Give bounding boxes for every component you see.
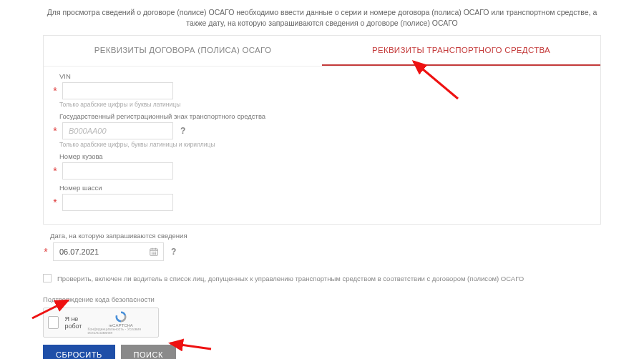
captcha-section: Подтверждение кода безопасности Я не роб… [43,295,601,338]
help-icon[interactable]: ? [177,126,188,136]
form-body: VIN * Только арабские цифры и буквы лати… [44,67,600,211]
search-button[interactable]: ПОИСК [121,345,176,359]
date-section: Дата, на которую запрашиваются сведения … [43,232,601,261]
chassis-label: Номер шасси [52,184,592,192]
driver-checkbox[interactable] [43,274,52,282]
recaptcha-checkbox[interactable] [48,316,59,329]
driver-check-label: Проверить, включен ли водитель в список … [57,275,524,282]
recaptcha-text: Я не робот [64,315,82,330]
vin-input[interactable] [62,82,173,99]
body-label: Номер кузова [52,152,592,160]
required-asterisk: * [52,197,58,208]
captcha-section-label: Подтверждение кода безопасности [43,295,601,303]
field-body: Номер кузова * [52,152,592,180]
required-asterisk: * [52,165,58,177]
tab-policy[interactable]: РЕКВИЗИТЫ ДОГОВОРА (ПОЛИСА) ОСАГО [44,36,322,66]
calendar-icon[interactable] [149,247,159,257]
svg-point-6 [155,252,156,252]
tab-bar: РЕКВИЗИТЫ ДОГОВОРА (ПОЛИСА) ОСАГО РЕКВИЗ… [44,36,600,67]
required-asterisk: * [52,85,58,97]
plate-hint: Только арабские цифры, буквы латиницы и … [52,141,592,148]
field-vin: VIN * Только арабские цифры и буквы лати… [52,72,592,108]
recaptcha-sub: Конфиденциальность - Условия использован… [87,328,154,335]
body-input[interactable] [62,162,173,180]
field-chassis: Номер шасси * [52,184,592,211]
svg-point-5 [154,252,155,252]
chassis-input[interactable] [62,194,173,211]
required-asterisk: * [43,246,49,257]
date-value: 06.07.2021 [59,247,99,256]
field-plate: Государственный регистрационный знак тра… [52,112,592,148]
date-input[interactable]: 06.07.2021 [53,242,164,261]
button-row: СБРОСИТЬ ПОИСК [43,345,601,359]
form-panel: РЕКВИЗИТЫ ДОГОВОРА (ПОЛИСА) ОСАГО РЕКВИЗ… [43,35,601,225]
vin-label: VIN [52,72,592,80]
recaptcha-widget: Я не робот reCAPTCHA Конфиденциальность … [43,308,159,338]
driver-check-row: Проверить, включен ли водитель в список … [43,274,601,282]
tab-vehicle[interactable]: РЕКВИЗИТЫ ТРАНСПОРТНОГО СРЕДСТВА [322,36,600,66]
svg-point-8 [154,254,155,255]
intro-text: Для просмотра сведений о договоре (полис… [0,0,644,32]
required-asterisk: * [52,125,58,137]
svg-point-7 [152,254,152,255]
help-icon[interactable]: ? [168,247,179,257]
vin-hint: Только арабские цифры и буквы латиницы [52,101,592,108]
date-label: Дата, на которую запрашиваются сведения [43,232,601,240]
reset-button[interactable]: СБРОСИТЬ [43,345,115,359]
svg-point-9 [155,254,156,255]
svg-point-4 [152,252,152,252]
recaptcha-logo: reCAPTCHA Конфиденциальность - Условия и… [87,310,154,335]
plate-input[interactable] [62,122,173,139]
plate-label: Государственный регистрационный знак тра… [52,112,592,120]
